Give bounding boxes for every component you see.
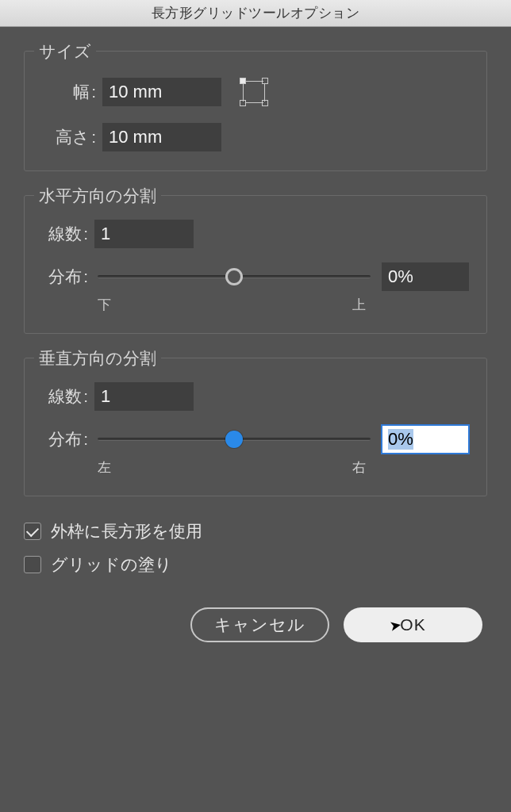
h-dist-max-label: 上 xyxy=(352,296,366,314)
h-dist-slider[interactable] xyxy=(98,275,371,278)
height-label: 高さ: xyxy=(42,126,98,148)
h-count-label: 線数: xyxy=(42,223,90,245)
use-outer-rect-option[interactable]: 外枠に長方形を使用 xyxy=(24,520,487,542)
v-count-field[interactable] xyxy=(94,382,194,411)
height-field[interactable] xyxy=(102,123,221,151)
v-dist-label: 分布: xyxy=(42,428,90,450)
v-dist-field[interactable] xyxy=(382,425,469,454)
reference-point-widget[interactable] xyxy=(237,75,271,109)
vertical-group-label: 垂直方向の分割 xyxy=(34,347,161,370)
dialog-title: 長方形グリッドツールオプション xyxy=(0,0,511,27)
h-dist-slider-thumb[interactable] xyxy=(225,268,243,285)
use-outer-rect-checkbox[interactable] xyxy=(24,523,41,540)
h-dist-min-label: 下 xyxy=(98,296,111,314)
width-field[interactable] xyxy=(102,78,221,106)
h-dist-label: 分布: xyxy=(42,266,90,288)
h-count-field[interactable] xyxy=(94,220,194,248)
use-outer-rect-label: 外枠に長方形を使用 xyxy=(51,520,202,542)
width-label: 幅: xyxy=(42,81,98,103)
ok-button[interactable]: ➤ OK xyxy=(344,607,482,642)
v-dist-min-label: 左 xyxy=(98,458,111,477)
vertical-dividers-group: 垂直方向の分割 線数: 分布: 左 右 xyxy=(24,358,487,496)
dialog-footer: キャンセル ➤ OK xyxy=(24,607,487,642)
h-dist-field[interactable] xyxy=(382,262,469,291)
fill-grid-checkbox[interactable] xyxy=(24,556,41,573)
fill-grid-option[interactable]: グリッドの塗り xyxy=(24,553,487,576)
fill-grid-label: グリッドの塗り xyxy=(51,553,172,576)
dialog-body: サイズ 幅: 高さ: 水平 xyxy=(0,27,511,658)
horizontal-group-label: 水平方向の分割 xyxy=(34,185,161,207)
size-group: サイズ 幅: 高さ: xyxy=(24,51,487,171)
v-dist-max-label: 右 xyxy=(352,458,366,477)
v-dist-slider[interactable] xyxy=(98,438,371,441)
cancel-button[interactable]: キャンセル xyxy=(190,607,329,642)
v-count-label: 線数: xyxy=(42,385,90,408)
v-dist-slider-thumb[interactable] xyxy=(225,431,243,448)
horizontal-dividers-group: 水平方向の分割 線数: 分布: 下 上 xyxy=(24,195,487,334)
size-group-label: サイズ xyxy=(34,40,96,63)
